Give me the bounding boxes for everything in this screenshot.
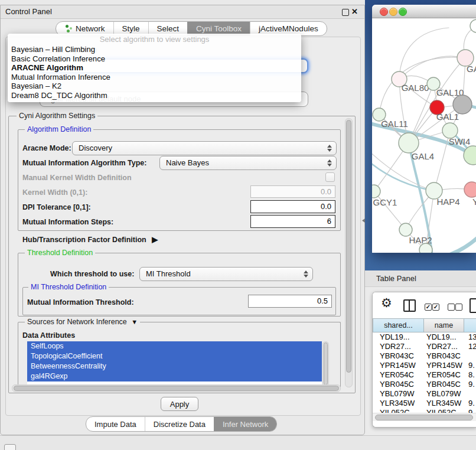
attributes-scrollbar-thumb[interactable] <box>324 343 328 385</box>
control-panel-titlebar[interactable]: Control Panel ✕ <box>1 5 364 19</box>
table-row[interactable]: YDR27...YDR27...12 <box>373 342 476 351</box>
chevron-down-icon[interactable]: ▼ <box>131 318 138 325</box>
manual-kernel-width-label: Manual Kernel Width Definition <box>22 174 132 182</box>
algorithm-option[interactable]: Dream8 DC_TDC Algorithm <box>8 91 301 100</box>
table-row[interactable]: YBR045CYBR045C9. <box>373 380 476 389</box>
table-row[interactable]: YER054CYER054C8. <box>373 370 476 380</box>
settings-hscrollbar-thumb[interactable] <box>14 386 339 391</box>
network-node[interactable] <box>470 19 476 32</box>
which-threshold-label: Which threshold to use: <box>50 270 134 278</box>
dpi-tolerance-field[interactable]: 0.0 <box>250 200 335 213</box>
table-cell: YPR145W <box>373 361 424 370</box>
tab-label: Cyni Toolbox <box>196 24 242 33</box>
table-scrollbar-thumb[interactable] <box>375 415 473 420</box>
attribute-item[interactable]: SelfLoops <box>27 341 322 351</box>
column-header-third[interactable] <box>464 318 476 332</box>
network-node-hap2[interactable] <box>399 223 412 236</box>
manual-kernel-width-checkbox[interactable] <box>325 172 335 182</box>
gear-icon[interactable]: ⚙ <box>381 296 392 310</box>
aracne-mode-value: Discovery <box>79 144 112 152</box>
network-edge <box>443 205 476 253</box>
spinner-icon <box>327 159 331 167</box>
mi-steps-field[interactable]: 6 <box>250 215 335 228</box>
settings-vertical-scrollbar[interactable] <box>345 118 353 387</box>
network-node-swi4[interactable] <box>464 146 476 165</box>
settings-scrollbar-thumb[interactable] <box>346 120 351 373</box>
table-cell: 8. <box>464 370 476 380</box>
table-cell: YBR045C <box>373 380 424 389</box>
network-node-gcy1[interactable] <box>372 185 380 198</box>
algorithm-option[interactable]: Bayesian – Hill Climbing <box>8 45 301 54</box>
tab-label: jActiveMNodules <box>259 24 318 33</box>
aracne-mode-combo[interactable]: Discovery <box>72 141 337 155</box>
kernel-width-label: Kernel Width (0,1): <box>22 188 87 197</box>
kernel-width-field[interactable]: 0.0 <box>250 185 335 198</box>
table-cell: YLR345W <box>373 399 424 408</box>
algorithm-option[interactable]: Bayesian – K2 <box>8 81 301 91</box>
zoom-button[interactable] <box>399 8 407 16</box>
dropdown-items: Bayesian – Hill ClimbingBasic Correlatio… <box>8 45 301 100</box>
attribute-item[interactable]: BetweennessCentrality <box>27 361 322 371</box>
network-canvas[interactable]: GAL7GAL80GAL10GAL1GAL11SWI4GAL4GCY1HAP4Y… <box>372 18 476 253</box>
table-panel-area: ⚙ ✓ ✓ shared... name YDL19...YDL19...13Y… <box>365 287 476 435</box>
hub-definition-label: Hub/Transcription Factor Definition <box>22 236 146 244</box>
network-window-titlebar[interactable] <box>372 5 476 18</box>
apply-button[interactable]: Apply <box>161 397 198 411</box>
table-row[interactable]: YDL19...YDL19...13 <box>373 332 476 342</box>
table-cell: 9. <box>464 380 476 389</box>
table-horizontal-scrollbar[interactable] <box>373 413 476 421</box>
which-threshold-combo[interactable]: MI Threshold <box>139 267 313 281</box>
table-row[interactable]: YBL079WYBL079W <box>373 389 476 399</box>
tab-label: Infer Network <box>223 420 268 429</box>
minimize-button[interactable] <box>389 8 397 16</box>
table-row[interactable]: YBR043CYBR043C <box>373 351 476 361</box>
column-header-name[interactable]: name <box>424 318 464 332</box>
hub-definition-toggle[interactable]: Hub/Transcription Factor Definition ▶ <box>22 235 158 244</box>
attribute-item[interactable]: gal4RGexp <box>27 371 322 381</box>
mi-algorithm-type-value: Naive Bayes <box>166 158 209 167</box>
mi-threshold-field[interactable]: 0.5 <box>248 295 332 308</box>
checked-checkbox-icon[interactable]: ✓ <box>425 304 432 311</box>
chevron-right-icon[interactable]: ▶ <box>152 235 158 244</box>
algorithm-option[interactable]: Basic Correlation Inference <box>8 54 301 64</box>
settings-horizontal-scrollbar[interactable] <box>12 384 341 392</box>
unchecked-checkbox-icon[interactable] <box>448 304 455 311</box>
table-row[interactable]: YIL052CYIL052C9. <box>373 408 476 413</box>
network-node-y[interactable] <box>464 182 476 197</box>
table-cell: YDR27... <box>373 342 424 351</box>
attributes-scrollbar[interactable] <box>322 341 329 386</box>
algorithm-option[interactable]: Mutual Information Inference <box>8 73 301 82</box>
table-cell: 9. <box>464 361 476 370</box>
node-label: GAL7 <box>467 64 476 74</box>
table-cell: YPR145W <box>424 361 464 370</box>
split-columns-icon[interactable] <box>403 299 416 312</box>
sources-title-row[interactable]: Sources for Network Inference ▼ <box>25 318 140 326</box>
page-icon[interactable] <box>470 298 476 313</box>
tab-discretize-data[interactable]: Discretize Data <box>145 417 214 431</box>
tab-infer-network[interactable]: Infer Network <box>214 417 276 431</box>
table-cell <box>464 389 476 399</box>
unchecked-checkbox-icon[interactable] <box>455 304 462 311</box>
attribute-item[interactable]: TopologicalCoefficient <box>27 351 322 361</box>
float-window-icon[interactable] <box>342 9 349 16</box>
algorithm-option[interactable]: ARACNE Algorithm <box>8 63 301 73</box>
sources-title: Sources for Network Inference <box>27 318 127 326</box>
column-header-shared[interactable]: shared... <box>373 318 424 332</box>
network-graph[interactable]: GAL7GAL80GAL10GAL1GAL11SWI4GAL4GCY1HAP4Y… <box>372 18 476 253</box>
checked-checkbox-icon[interactable]: ✓ <box>432 304 439 311</box>
network-node[interactable] <box>419 243 432 253</box>
tab-impute-data[interactable]: Impute Data <box>86 417 145 431</box>
table-panel-title: Table Panel <box>376 274 416 283</box>
close-icon[interactable]: ✕ <box>351 7 358 17</box>
table-row[interactable]: YPR145WYPR145W9. <box>373 361 476 370</box>
network-view-window: GAL7GAL80GAL10GAL1GAL11SWI4GAL4GCY1HAP4Y… <box>372 5 476 253</box>
table-rows: YDL19...YDL19...13YDR27...YDR27...12YBR0… <box>373 332 476 413</box>
table-cell: YDL19... <box>424 332 464 342</box>
mi-algorithm-type-combo[interactable]: Naive Bayes <box>159 156 337 170</box>
screen: GAL7GAL80GAL10GAL1GAL11SWI4GAL4GCY1HAP4Y… <box>0 0 476 450</box>
table-row[interactable]: YLR345WYLR345W9. <box>373 399 476 408</box>
network-node-gal4[interactable] <box>399 133 419 153</box>
table-cell: YER054C <box>373 370 424 380</box>
taskbar-mini-button[interactable] <box>4 444 16 450</box>
close-button[interactable] <box>380 8 388 16</box>
